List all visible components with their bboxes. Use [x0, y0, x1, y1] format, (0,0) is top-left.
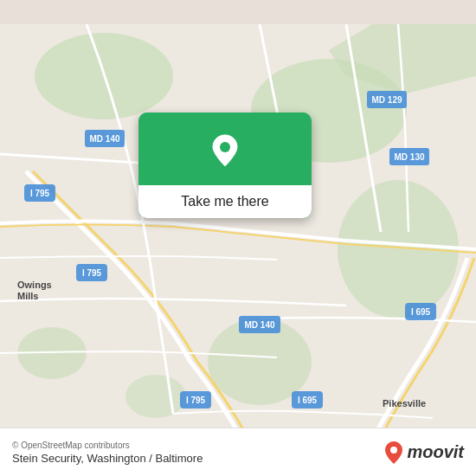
svg-text:I 695: I 695	[298, 396, 318, 405]
svg-point-31	[220, 142, 230, 152]
svg-text:I 795: I 795	[30, 189, 50, 198]
svg-point-6	[125, 375, 186, 418]
svg-point-32	[390, 447, 397, 453]
svg-text:I 795: I 795	[186, 396, 206, 405]
bottom-left: © OpenStreetMap contributors Stein Secur…	[12, 441, 203, 465]
moovit-pin-icon	[384, 441, 403, 465]
svg-text:MD 130: MD 130	[394, 152, 424, 162]
svg-text:MD 129: MD 129	[371, 95, 402, 105]
map-attribution: © OpenStreetMap contributors	[12, 441, 203, 450]
map-background: I 795 MD 140 MD 129 MD 130 I 795 Owings …	[0, 0, 476, 476]
location-name: Stein Security, Washington / Baltimore	[12, 452, 203, 465]
svg-text:I 695: I 695	[411, 307, 431, 317]
svg-point-3	[338, 180, 459, 318]
svg-text:I 795: I 795	[82, 268, 102, 278]
popup-icon-area	[138, 113, 312, 185]
bottom-bar: © OpenStreetMap contributors Stein Secur…	[0, 428, 476, 476]
svg-text:Pikesville: Pikesville	[383, 398, 426, 408]
popup-card[interactable]: Take me there	[138, 113, 312, 218]
svg-text:MD 140: MD 140	[244, 320, 274, 330]
svg-text:MD 140: MD 140	[89, 134, 119, 144]
svg-text:Mills: Mills	[17, 291, 38, 301]
moovit-logo: moovit	[384, 441, 464, 465]
map-container: I 795 MD 140 MD 129 MD 130 I 795 Owings …	[0, 0, 476, 476]
take-me-there-button[interactable]: Take me there	[138, 185, 312, 218]
moovit-brand-text: moovit	[407, 442, 464, 462]
location-pin-icon	[206, 132, 244, 170]
svg-text:Owings: Owings	[17, 280, 52, 290]
